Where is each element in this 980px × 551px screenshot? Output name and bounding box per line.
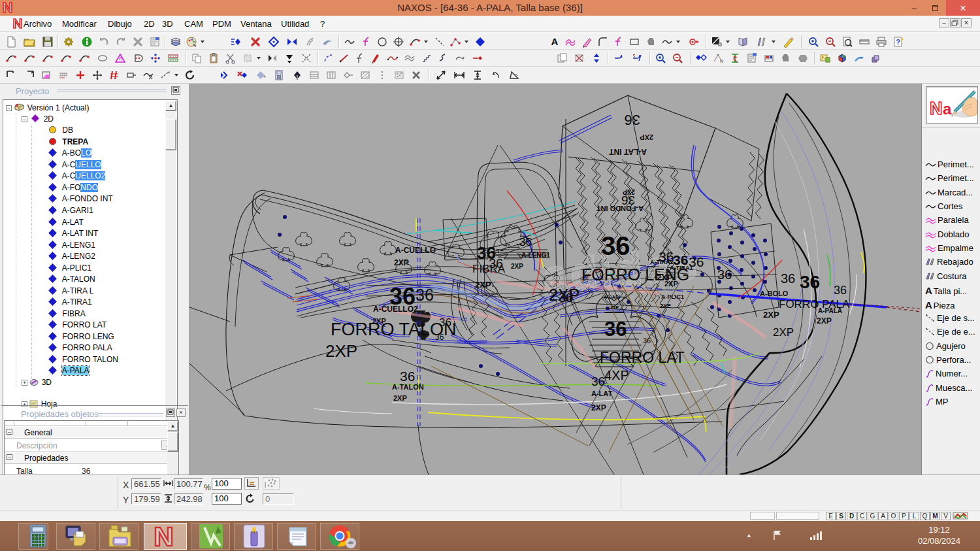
svg-text:36: 36 bbox=[643, 337, 651, 344]
svg-text:A-PALA: A-PALA bbox=[818, 307, 842, 314]
svg-text:FORRO TALON: FORRO TALON bbox=[331, 320, 457, 339]
svg-text:36: 36 bbox=[601, 231, 630, 260]
svg-text:36: 36 bbox=[621, 193, 635, 207]
svg-text:2XP: 2XP bbox=[475, 280, 491, 290]
svg-text:a: a bbox=[943, 100, 952, 118]
svg-text:2XP: 2XP bbox=[817, 316, 832, 326]
svg-text:36: 36 bbox=[781, 271, 795, 286]
svg-text:?: ? bbox=[896, 38, 900, 46]
svg-text:36: 36 bbox=[834, 284, 847, 297]
svg-text:FORRO LAT: FORRO LAT bbox=[600, 349, 685, 366]
svg-text:A-LENG1: A-LENG1 bbox=[521, 252, 550, 259]
svg-text:N: N bbox=[720, 59, 723, 63]
svg-text:A-TALON: A-TALON bbox=[392, 383, 424, 391]
svg-text:A-LAT: A-LAT bbox=[591, 390, 612, 397]
svg-text:A-PLIC1: A-PLIC1 bbox=[661, 293, 684, 300]
svg-text:2XP: 2XP bbox=[664, 280, 678, 288]
svg-text:A-CUELLO2: A-CUELLO2 bbox=[373, 305, 418, 314]
svg-text:A-GARI: A-GARI bbox=[604, 295, 620, 299]
svg-text:36: 36 bbox=[519, 236, 532, 248]
svg-text:2XP: 2XP bbox=[610, 305, 619, 310]
svg-text:A-TIRA1: A-TIRA1 bbox=[670, 265, 693, 271]
svg-text:2XP: 2XP bbox=[394, 258, 409, 267]
svg-text:2XP: 2XP bbox=[325, 341, 357, 361]
svg-text:2XP: 2XP bbox=[640, 133, 653, 141]
svg-text:2XP: 2XP bbox=[763, 310, 779, 320]
svg-text:2XP: 2XP bbox=[511, 263, 523, 270]
svg-text:2XP: 2XP bbox=[393, 394, 407, 402]
svg-text:A: A bbox=[551, 36, 559, 47]
svg-text:A-BOLO: A-BOLO bbox=[760, 290, 789, 297]
svg-text:A-LAT INT: A-LAT INT bbox=[609, 147, 647, 156]
svg-text:36: 36 bbox=[604, 318, 627, 341]
svg-text:4XP: 4XP bbox=[604, 368, 629, 382]
svg-text:36: 36 bbox=[717, 267, 732, 282]
svg-text:2XP: 2XP bbox=[549, 286, 580, 304]
svg-text:36: 36 bbox=[625, 112, 640, 128]
svg-text:N: N bbox=[930, 99, 943, 118]
svg-text:2XP: 2XP bbox=[591, 403, 606, 412]
svg-text:2XE: 2XE bbox=[660, 303, 671, 309]
svg-text:36: 36 bbox=[416, 286, 434, 304]
svg-text:A-CUELLO: A-CUELLO bbox=[395, 246, 436, 255]
svg-text:36: 36 bbox=[591, 375, 605, 388]
svg-text:FIBRA: FIBRA bbox=[472, 263, 506, 275]
svg-text:36: 36 bbox=[800, 272, 820, 292]
svg-text:2XP: 2XP bbox=[773, 326, 794, 339]
svg-text:36: 36 bbox=[400, 369, 415, 384]
svg-text:A-FONDO INT: A-FONDO INT bbox=[596, 205, 644, 212]
